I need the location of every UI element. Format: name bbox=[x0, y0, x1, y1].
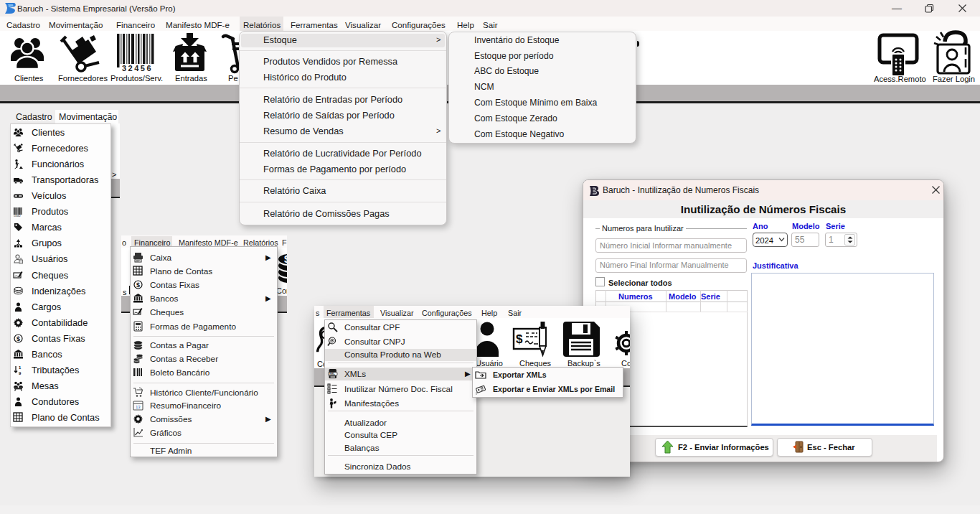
svg-text:13: 13 bbox=[136, 405, 141, 409]
svg-text:$: $ bbox=[516, 332, 523, 346]
svg-text:$: $ bbox=[284, 253, 287, 265]
svg-text:XML: XML bbox=[329, 373, 336, 375]
svg-text:$: $ bbox=[17, 335, 20, 342]
svg-text:53162: 53162 bbox=[14, 215, 21, 218]
svg-text:$: $ bbox=[136, 281, 140, 289]
svg-text:1: 1 bbox=[19, 365, 22, 370]
svg-text:9: 9 bbox=[19, 370, 22, 375]
